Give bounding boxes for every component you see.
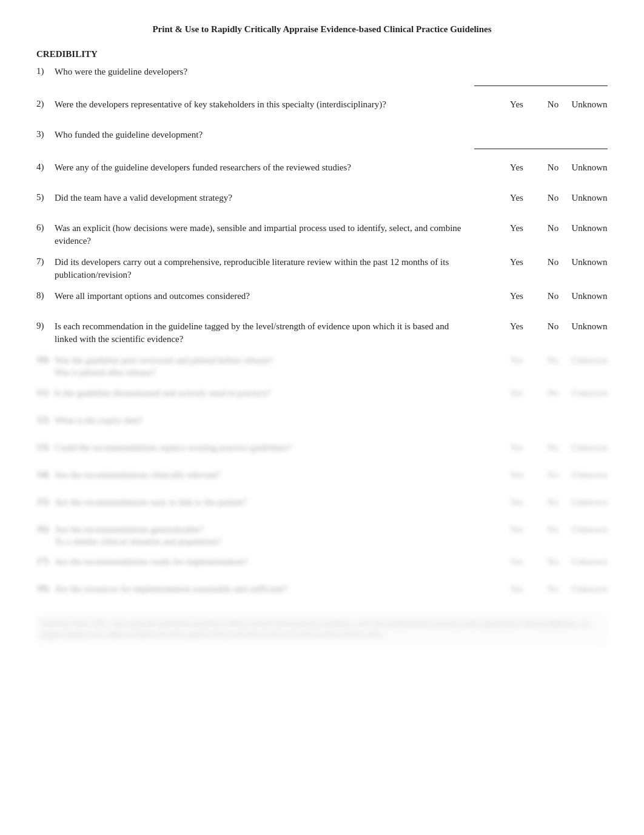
blurred-unknown-14: Unknown [571,470,608,480]
blurred-unknown-16: Unknown [571,525,608,535]
question-row-6: 6) Was an explicit (how decisions were m… [36,222,608,247]
blurred-row-13: 13) Could the recommendations replace ex… [36,441,608,461]
q-number-8: 8) [36,290,55,301]
blurred-row-14: 14) Are the recommendations clinically r… [36,469,608,488]
q-options-8: Yes No Unknown [474,290,608,301]
blurred-row-12: 12) What is the expiry date? [36,414,608,434]
blurred-no-10: No [535,355,571,366]
blurred-row-17: 17) Are the recommendations ready for im… [36,555,608,575]
blurred-unknown-17: Unknown [571,557,608,567]
q-yes-6[interactable]: Yes [498,223,535,233]
q-number-6: 6) [36,222,55,233]
q-text-4: Were any of the guideline developers fun… [55,161,474,174]
q-no-2[interactable]: No [535,99,571,110]
blurred-row-11: 11) Is the guideline disseminated and ac… [36,387,608,406]
blurred-number-18: 18) [36,583,55,594]
blurred-row-15: 15) Are the recommendations easy to link… [36,496,608,515]
blurred-number-13: 13) [36,441,55,452]
question-row-4: 4) Were any of the guideline developers … [36,161,608,183]
blurred-yes-17: Yes [498,557,535,567]
blurred-text-10: Was the guideline peer reviewed and pilo… [55,354,474,379]
q-text-1: Who were the guideline developers? [55,65,474,78]
q-yes-2[interactable]: Yes [498,99,535,110]
blurred-row-16: 16) Are the recommendations generalizabl… [36,523,608,548]
blurred-text-15: Are the recommendations easy to link to … [55,496,474,508]
q-number-5: 5) [36,192,55,203]
q-text-5: Did the team have a valid development st… [55,192,474,204]
q-unknown-9[interactable]: Unknown [571,321,608,332]
blurred-options-14: Yes No Unknown [474,469,608,480]
q-text-6: Was an explicit (how decisions were made… [55,222,474,247]
blurred-unknown-10: Unknown [571,355,608,366]
blurred-text-13: Could the recommendations replace existi… [55,441,474,454]
q-options-2: Yes No Unknown [474,98,608,110]
blurred-number-17: 17) [36,555,55,566]
q-number-9: 9) [36,320,55,331]
q-number-4: 4) [36,161,55,172]
blurred-number-10: 10) [36,354,55,365]
q-unknown-8[interactable]: Unknown [571,291,608,301]
footer-note: Summary Note: CPG, once critically appra… [36,613,608,645]
q-line-1 [474,74,608,86]
blurred-options-15: Yes No Unknown [474,496,608,508]
question-row-7: 7) Did its developers carry out a compre… [36,256,608,281]
q-no-6[interactable]: No [535,223,571,233]
blurred-no-17: No [535,557,571,567]
blurred-section: 10) Was the guideline peer reviewed and … [36,354,608,645]
section-title-credibility: CREDIBILITY [36,49,608,59]
q-number-3: 3) [36,129,55,139]
blurred-unknown-18: Unknown [571,584,608,594]
q-text-2: Were the developers representative of ke… [55,98,474,111]
question-row-2: 2) Were the developers representative of… [36,98,608,120]
q-no-9[interactable]: No [535,321,571,332]
q-options-4: Yes No Unknown [474,161,608,173]
blurred-number-15: 15) [36,496,55,507]
blurred-options-18: Yes No Unknown [474,583,608,594]
q-yes-4[interactable]: Yes [498,163,535,173]
q-no-7[interactable]: No [535,257,571,267]
blurred-row-18: 18) Are the resources for implementation… [36,583,608,602]
q-unknown-4[interactable]: Unknown [571,163,608,173]
blurred-yes-11: Yes [498,388,535,398]
q-unknown-2[interactable]: Unknown [571,99,608,110]
q-options-6: Yes No Unknown [474,222,608,233]
q-text-7: Did its developers carry out a comprehen… [55,256,474,281]
question-row-8: 8) Were all important options and outcom… [36,290,608,312]
q-options-5: Yes No Unknown [474,192,608,203]
blurred-number-16: 16) [36,523,55,534]
blurred-yes-10: Yes [498,355,535,366]
q-options-7: Yes No Unknown [474,256,608,267]
blurred-text-18: Are the resources for implementation rea… [55,583,474,595]
q-unknown-7[interactable]: Unknown [571,257,608,267]
blurred-no-16: No [535,525,571,535]
blurred-yes-13: Yes [498,443,535,453]
blurred-text-11: Is the guideline disseminated and active… [55,387,474,399]
blurred-no-15: No [535,497,571,508]
page-title: Print & Use to Rapidly Critically Apprai… [36,24,608,35]
blurred-options-13: Yes No Unknown [474,441,608,453]
q-unknown-5[interactable]: Unknown [571,193,608,203]
question-row-3: 3) Who funded the guideline development? [36,129,608,150]
q-yes-5[interactable]: Yes [498,193,535,203]
blurred-number-11: 11) [36,387,55,398]
q-no-4[interactable]: No [535,163,571,173]
q-yes-7[interactable]: Yes [498,257,535,267]
blurred-no-18: No [535,584,571,594]
blurred-row-10: 10) Was the guideline peer reviewed and … [36,354,608,379]
blurred-yes-18: Yes [498,584,535,594]
q-number-2: 2) [36,98,55,109]
blurred-no-11: No [535,388,571,398]
q-options-9: Yes No Unknown [474,320,608,332]
blurred-options-16: Yes No Unknown [474,523,608,535]
q-line-3 [474,137,608,149]
blurred-no-13: No [535,443,571,453]
q-unknown-6[interactable]: Unknown [571,223,608,233]
q-yes-9[interactable]: Yes [498,321,535,332]
blurred-text-17: Are the recommendations ready for implem… [55,555,474,568]
blurred-unknown-13: Unknown [571,443,608,453]
q-no-5[interactable]: No [535,193,571,203]
blurred-yes-15: Yes [498,497,535,508]
blurred-text-14: Are the recommendations clinically relev… [55,469,474,481]
q-yes-8[interactable]: Yes [498,291,535,301]
q-no-8[interactable]: No [535,291,571,301]
